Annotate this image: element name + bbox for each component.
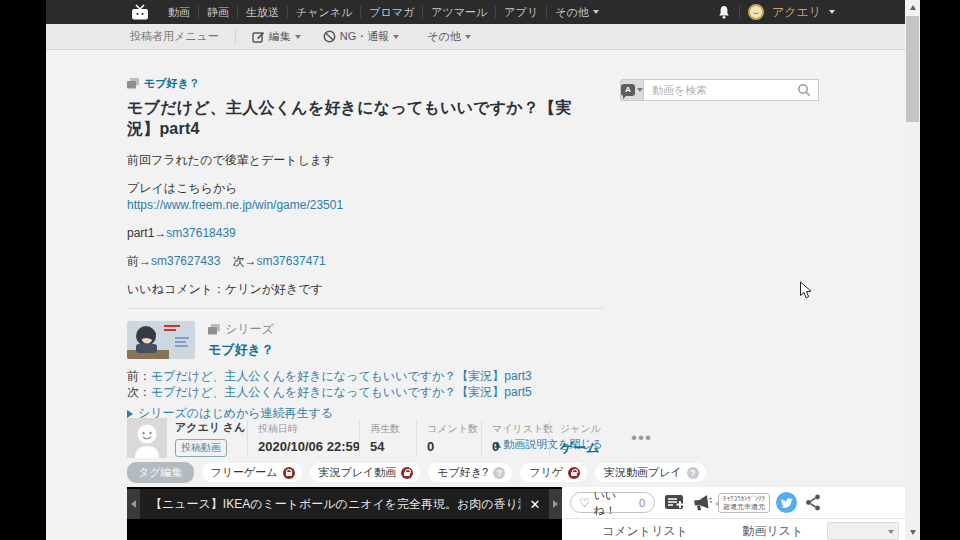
header-nav: 動画 静画 生放送 チャンネル ブロマガ アツマール アプリ その他 bbox=[160, 0, 607, 24]
list-sort-select[interactable] bbox=[827, 522, 899, 540]
other-menu-button[interactable]: その他 bbox=[427, 29, 471, 44]
prev-video-link[interactable]: sm37627433 bbox=[151, 254, 220, 268]
ticker-next-button[interactable] bbox=[549, 489, 562, 519]
ticker-close-button[interactable]: ✕ bbox=[521, 497, 549, 512]
nicoad-bubble[interactable]: ﾁｮｳｺｳｶﾝｹﾞﾝﾘﾂ 超還元率還元 bbox=[718, 493, 770, 513]
notification-bell-icon[interactable] bbox=[717, 5, 731, 20]
video-search: A bbox=[620, 79, 818, 101]
search-suggest-icon: A bbox=[621, 84, 635, 96]
tag-pill[interactable]: 実況プレイ動画 bbox=[310, 463, 421, 482]
scroll-up-arrow[interactable] bbox=[905, 0, 920, 15]
series-box: シリーズ モブ好き？ bbox=[127, 321, 603, 359]
series-prev-link[interactable]: モブだけど、主人公くんを好きになってもいいですか？【実況】part3 bbox=[151, 369, 532, 383]
video-title: モブだけど、主人公くんを好きになってもいいですか？【実況】part4 bbox=[127, 98, 603, 140]
game-url-link[interactable]: https://www.freem.ne.jp/win/game/23501 bbox=[127, 198, 343, 212]
scrollbar-thumb[interactable] bbox=[906, 16, 919, 122]
tag-pill[interactable]: モブ好き? bbox=[428, 463, 512, 482]
description-line: いいねコメント：ケリンが好きです bbox=[127, 281, 603, 298]
series-icon bbox=[208, 324, 220, 335]
series-icon bbox=[127, 78, 139, 89]
mouse-cursor bbox=[799, 281, 812, 304]
tag-pill[interactable]: フリーゲーム bbox=[202, 463, 302, 482]
global-header: 動画 静画 生放送 チャンネル ブロマガ アツマール アプリ その他 bbox=[46, 0, 905, 24]
scroll-down-arrow[interactable] bbox=[905, 525, 920, 540]
share-icon[interactable] bbox=[805, 494, 821, 511]
nav-other[interactable]: その他 bbox=[547, 0, 607, 24]
part1-video-link[interactable]: sm37618439 bbox=[166, 226, 235, 240]
series-prev-next: 前：モブだけど、主人公くんを好きになってもいいですか？【実況】part3 次：モ… bbox=[127, 368, 603, 400]
user-avatar[interactable] bbox=[748, 4, 764, 20]
series-label-row: シリーズ bbox=[208, 321, 274, 338]
nav-channel[interactable]: チャンネル bbox=[288, 0, 360, 24]
series-next-link[interactable]: モブだけど、主人公くんを好きになってもいいですか？【実況】part5 bbox=[151, 385, 532, 399]
description-paragraph: プレイはこちらから https://www.freem.ne.jp/win/ga… bbox=[127, 180, 603, 214]
panel-tabs: コメントリスト 動画リスト bbox=[562, 518, 905, 540]
ticker-news-text[interactable]: 【ニュース】IKEAのミートボールのニオイを完全再現。お肉の香り漂う… bbox=[140, 496, 520, 513]
pencil-icon bbox=[252, 30, 265, 43]
user-menu-chevron-icon[interactable] bbox=[829, 10, 835, 14]
no-entry-icon bbox=[323, 30, 336, 43]
edit-menu-button[interactable]: 編集 bbox=[252, 29, 301, 44]
series-name-link[interactable]: モブ好き？ bbox=[208, 342, 274, 357]
add-mylist-button[interactable] bbox=[665, 494, 686, 511]
series-breadcrumb: モブ好き？ bbox=[127, 76, 603, 91]
stat-view-count: 再生数 54 bbox=[359, 420, 416, 456]
tag-pill[interactable]: 実況動画プレイ bbox=[595, 463, 706, 482]
browser-viewport: 動画 静画 生放送 チャンネル ブロマガ アツマール アプリ その他 bbox=[46, 0, 920, 540]
tag-row: タグ編集 フリーゲーム 実況プレイ動画 モブ好き? フリゲ 実況動画プレイ bbox=[127, 462, 706, 483]
genre-link[interactable]: ゲーム bbox=[560, 439, 625, 457]
search-input[interactable] bbox=[643, 79, 819, 101]
description-prevnext-line: 前→sm37627433 次→sm37637471 bbox=[127, 253, 603, 270]
chevron-right-icon bbox=[553, 500, 558, 508]
more-options-button[interactable]: ••• bbox=[631, 433, 652, 443]
tag-pill[interactable]: フリゲ bbox=[520, 463, 587, 482]
nav-live[interactable]: 生放送 bbox=[238, 0, 287, 24]
nav-app[interactable]: アプリ bbox=[496, 0, 546, 24]
heart-icon: ♡ bbox=[579, 497, 590, 509]
uploader-stats-row: アクエリ さん 投稿動画 投稿日時 2020/10/06 22:59 再生数 5… bbox=[127, 417, 657, 459]
owner-toolbar: 投稿者用メニュー 編集 NG・通報 その他 bbox=[46, 24, 905, 50]
nav-video[interactable]: 動画 bbox=[160, 0, 198, 24]
page-scrollbar[interactable] bbox=[905, 0, 920, 540]
news-ticker: 【ニュース】IKEAのミートボールのニオイを完全再現。お肉の香り漂う… ✕ bbox=[127, 489, 562, 519]
video-player[interactable]: 【ニュース】IKEAのミートボールのニオイを完全再現。お肉の香り漂う… ✕ bbox=[127, 487, 562, 540]
stat-upload-date: 投稿日時 2020/10/06 22:59 bbox=[247, 420, 359, 456]
nav-seiga[interactable]: 静画 bbox=[199, 0, 237, 24]
username[interactable]: アクエリ bbox=[772, 4, 821, 21]
search-icon[interactable] bbox=[797, 83, 811, 101]
player-side-panel: ♡ いいね！ 0 bbox=[562, 487, 905, 540]
chevron-left-icon bbox=[131, 500, 136, 508]
ticker-prev-button[interactable] bbox=[127, 489, 140, 519]
series-thumbnail[interactable] bbox=[127, 321, 195, 359]
question-icon bbox=[493, 467, 505, 479]
search-type-selector[interactable]: A bbox=[620, 79, 643, 101]
chevron-down-icon bbox=[393, 35, 399, 39]
uploader-avatar[interactable] bbox=[127, 418, 167, 458]
like-count: 0 bbox=[639, 497, 645, 509]
twitter-share-button[interactable] bbox=[776, 492, 797, 513]
next-video-link[interactable]: sm37637471 bbox=[256, 254, 325, 268]
screen: 動画 静画 生放送 チャンネル ブロマガ アツマール アプリ その他 bbox=[0, 0, 960, 540]
series-breadcrumb-link[interactable]: モブ好き？ bbox=[144, 76, 200, 91]
nav-atsumaru[interactable]: アツマール bbox=[423, 0, 495, 24]
lock-icon bbox=[283, 467, 295, 479]
divider bbox=[127, 308, 603, 309]
uploader-name[interactable]: アクエリ さん bbox=[175, 420, 237, 435]
header-user-area: アクエリ bbox=[717, 4, 835, 21]
nicoad-megaphone-icon[interactable] bbox=[692, 494, 712, 512]
tag-edit-button[interactable]: タグ編集 bbox=[127, 462, 194, 483]
tab-video-list[interactable]: 動画リスト bbox=[718, 523, 828, 540]
nav-blomaga[interactable]: ブロマガ bbox=[361, 0, 422, 24]
description-line: プレイはこちらから bbox=[127, 180, 603, 197]
like-button[interactable]: ♡ いいね！ 0 bbox=[570, 492, 655, 513]
video-description: 前回フラれたので後輩とデートします プレイはこちらから https://www.… bbox=[127, 152, 603, 298]
niconico-tv-logo[interactable] bbox=[130, 4, 150, 21]
tab-comment-list[interactable]: コメントリスト bbox=[590, 523, 700, 540]
description-line: 前回フラれたので後輩とデートします bbox=[127, 152, 603, 169]
lock-icon bbox=[401, 467, 413, 479]
ng-report-menu-button[interactable]: NG・通報 bbox=[323, 29, 400, 44]
uploader-badge: 投稿動画 bbox=[175, 439, 227, 457]
chevron-down-icon bbox=[465, 35, 471, 39]
description-part1-line: part1→sm37618439 bbox=[127, 225, 603, 242]
stat-mylist-count: マイリスト数 0 bbox=[481, 420, 549, 456]
